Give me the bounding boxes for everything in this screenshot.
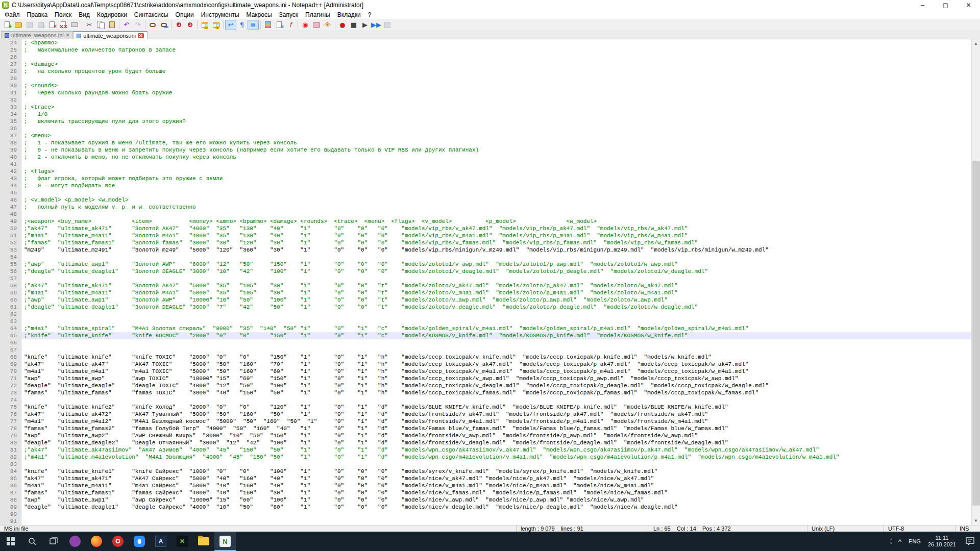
scroll-down-arrow-icon[interactable]: ▼ [972,516,980,525]
new-file-icon[interactable]: + [2,20,13,30]
line-number[interactable]: 29 [0,75,21,82]
line-number[interactable]: 63 [0,318,21,325]
redo-icon[interactable]: ↷ [132,20,143,30]
line-number[interactable]: 86 [0,482,21,489]
replace-icon[interactable]: ab [158,20,169,30]
line-number[interactable]: 82 [0,454,21,461]
line-number[interactable]: 47 [0,204,21,211]
menu-item-инструменты[interactable]: Инструменты [198,11,243,19]
scroll-up-arrow-icon[interactable]: ▲ [972,39,980,48]
start-button-icon[interactable] [0,532,21,551]
line-number[interactable]: 73 [0,389,21,396]
tray-scroll-chevrons-icon[interactable]: ˄˅ [888,538,895,545]
line-number[interactable]: 55 [0,261,21,268]
line-number[interactable]: 58 [0,282,21,289]
line-number[interactable]: 24 [0,39,21,46]
status-encoding[interactable]: UTF-8 [884,525,955,532]
minimize-button[interactable]: – [911,0,934,10]
line-number[interactable]: 69 [0,361,21,368]
notepad-plus-plus-icon[interactable]: N [214,532,236,551]
line-number[interactable]: 84 [0,468,21,475]
status-insert-mode[interactable]: INS [955,525,980,532]
line-number[interactable]: 78 [0,425,21,432]
line-number[interactable]: 67 [0,346,21,354]
menu-item-вкладки[interactable]: Вкладки [334,11,364,19]
function-list-icon[interactable]: f [285,20,296,30]
hidden-icons-chevron-icon[interactable]: ^ [895,532,905,551]
zoom-icon[interactable]: ⬮ [129,532,150,551]
cut-icon[interactable]: ✂ [84,20,95,30]
doc-map-icon[interactable] [262,20,274,30]
line-number[interactable]: 50 [0,225,21,232]
show-all-chars-icon[interactable]: ¶ [236,20,248,30]
search-icon[interactable] [21,532,43,551]
paste-icon[interactable] [106,20,117,30]
find-icon[interactable] [147,20,158,30]
line-number[interactable]: 33 [0,104,21,111]
line-number[interactable]: 41 [0,161,21,168]
line-number[interactable]: 66 [0,339,21,346]
line-number[interactable]: 34 [0,111,21,118]
macro-play-icon[interactable]: ▶ [359,20,371,30]
line-number[interactable]: 68 [0,354,21,361]
line-number[interactable]: 49 [0,218,21,225]
line-number[interactable]: 54 [0,254,21,261]
line-number[interactable]: 85 [0,475,21,482]
line-number[interactable]: 77 [0,418,21,425]
line-number[interactable]: 45 [0,189,21,196]
line-number[interactable]: 81 [0,446,21,454]
line-number[interactable]: 76 [0,411,21,418]
menu-item-файл[interactable]: Файл [1,11,23,19]
line-number[interactable]: 74 [0,396,21,404]
sync-horizontal-icon[interactable]: 🔒 [210,20,222,30]
line-number[interactable]: 27 [0,61,21,68]
line-number[interactable]: 36 [0,125,21,132]
app-dark-icon[interactable]: ✕ [172,532,193,551]
line-number[interactable]: 39 [0,146,21,154]
macro-stop-icon[interactable]: ■ [348,20,359,30]
macro-run-multiple-icon[interactable]: ▶▶ [371,20,382,30]
tab-0[interactable]: ultimate_weapons.ini✕ [1,31,73,39]
line-number[interactable]: 35 [0,118,21,125]
menu-item-синтаксисы[interactable]: Синтаксисы [131,11,172,19]
task-view-icon[interactable] [43,532,64,551]
line-number[interactable]: 75 [0,404,21,411]
line-number[interactable]: 91 [0,518,21,525]
print-icon[interactable] [69,20,80,30]
line-number[interactable]: 38 [0,139,21,146]
save-icon[interactable] [24,20,35,30]
menu-item-запуск[interactable]: Запуск [276,11,302,19]
line-number[interactable]: 80 [0,439,21,446]
tab-close-icon[interactable]: ✕ [66,33,70,38]
menu-item-правка[interactable]: Правка [23,11,52,19]
firefox-icon[interactable] [86,532,107,551]
line-number[interactable]: 60 [0,296,21,304]
line-number[interactable]: 43 [0,175,21,182]
line-number[interactable]: 57 [0,275,21,282]
tab-1-active[interactable]: ultimate_weapons.ini✕ [73,31,147,39]
line-number[interactable]: 87 [0,489,21,496]
line-number[interactable]: 53 [0,246,21,254]
line-number[interactable]: 26 [0,54,21,61]
line-number[interactable]: 83 [0,461,21,468]
zoom-out-icon[interactable]: − [184,20,195,30]
monitoring-icon[interactable]: ◉ [300,20,311,30]
line-number[interactable]: 65 [0,332,21,339]
copy-icon[interactable] [95,20,106,30]
opera-icon[interactable]: O [107,532,129,551]
doc-list-icon[interactable]: ≡ [274,20,285,30]
line-number[interactable]: 40 [0,154,21,161]
close-icon[interactable]: × [46,20,58,30]
line-number[interactable]: 90 [0,511,21,518]
line-number[interactable]: 46 [0,196,21,204]
menu-item-опции[interactable]: Опции [172,11,198,19]
vertical-scrollbar[interactable]: ▲ ▼ [971,39,980,525]
language-indicator[interactable]: ENG [905,532,924,551]
menu-item-вид[interactable]: Вид [75,11,93,19]
line-number[interactable]: 42 [0,168,21,175]
line-number[interactable]: 48 [0,211,21,218]
line-number[interactable]: 37 [0,132,21,139]
notification-center-icon[interactable] [960,537,980,545]
line-number[interactable]: 71 [0,375,21,382]
indent-guide-icon[interactable]: ≣ [248,20,259,30]
